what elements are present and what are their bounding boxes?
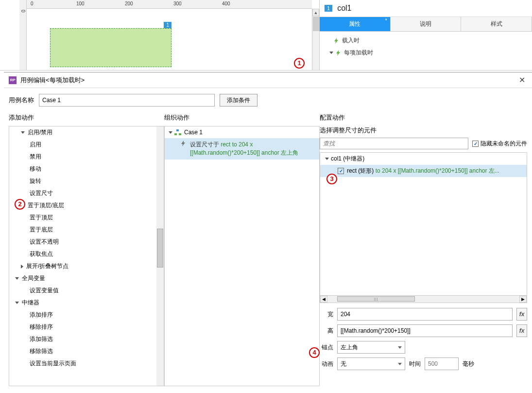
canvas[interactable]: 1 xyxy=(27,9,312,70)
lightning-icon xyxy=(335,50,341,56)
canvas-panel: 0 100 200 300 400 0 1 ▲ xyxy=(0,0,320,70)
action-enable-disable[interactable]: 启用/禁用 xyxy=(9,126,164,139)
action-add-sort[interactable]: 添加排序 xyxy=(9,309,164,321)
widget-badge: 1 xyxy=(164,22,172,28)
width-label: 宽 xyxy=(320,310,333,319)
widget-tree-hscroll[interactable]: ◀ ▶ xyxy=(320,295,527,303)
action-bring-front[interactable]: 置于顶层 xyxy=(9,212,164,224)
checkbox-checked-icon: ✓ xyxy=(472,141,479,147)
inspector-panel: 1 col1 属性 说明 样式 载入时 每项加载时 xyxy=(320,0,532,70)
ruler-horizontal: 0 100 200 300 400 xyxy=(27,0,312,9)
marker-1: 1 xyxy=(294,58,305,69)
action-remove-sort[interactable]: 移除排序 xyxy=(9,321,164,333)
expand-icon[interactable] xyxy=(325,158,329,160)
widget-name: col1 xyxy=(337,4,351,13)
organize-action-header: 组织动作 xyxy=(164,110,320,126)
app-icon: RP xyxy=(9,76,17,84)
widget-tree: col1 (中继器) ✓ rect (矩形) to 204 x [[Math.r… xyxy=(320,152,527,303)
org-case[interactable]: Case 1 xyxy=(165,126,319,138)
action-set-size[interactable]: 设置尺寸 xyxy=(9,187,164,199)
checkbox-checked-icon: ✓ xyxy=(338,168,344,174)
tab-properties[interactable]: 属性 xyxy=(320,17,391,31)
height-label: 高 xyxy=(320,327,333,335)
scroll-right-icon[interactable]: ▶ xyxy=(519,296,527,303)
animation-select[interactable]: 无 xyxy=(337,357,405,370)
action-remove-filter[interactable]: 移除筛选 xyxy=(9,345,164,357)
close-icon[interactable]: ✕ xyxy=(517,75,527,85)
action-globals[interactable]: 全局变量 xyxy=(9,272,164,285)
search-input[interactable] xyxy=(320,138,468,149)
case-icon xyxy=(174,129,181,135)
tree-item-rect[interactable]: ✓ rect (矩形) to 204 x [[Math.random()*200… xyxy=(320,165,527,177)
marker-3: 3 xyxy=(326,174,337,184)
add-condition-button[interactable]: 添加条件 xyxy=(220,94,257,107)
canvas-scrollbar[interactable]: ▲ xyxy=(312,9,319,70)
lightning-icon xyxy=(180,141,187,148)
marker-4: 4 xyxy=(309,347,320,358)
time-input[interactable] xyxy=(425,357,459,370)
anchor-label: 锚点 xyxy=(320,343,333,352)
scroll-up-icon[interactable]: ▲ xyxy=(312,9,319,16)
scroll-thumb[interactable] xyxy=(337,296,415,302)
inspector-tabs: 属性 说明 样式 xyxy=(320,17,532,32)
organize-tree: Case 1 设置尺寸于 rect to 204 x [[Math.random… xyxy=(164,126,320,386)
fx-button[interactable]: fx xyxy=(516,308,527,321)
action-enable[interactable]: 启用 xyxy=(9,139,164,151)
anchor-select[interactable]: 左上角 xyxy=(337,341,405,354)
action-rotate[interactable]: 旋转 xyxy=(9,175,164,187)
action-set-var[interactable]: 设置变量值 xyxy=(9,285,164,297)
widget-index: 1 xyxy=(325,5,332,12)
action-send-back[interactable]: 置于底层 xyxy=(9,224,164,236)
expand-icon[interactable] xyxy=(169,131,172,134)
add-action-header: 添加动作 xyxy=(9,110,164,126)
time-label: 时间 xyxy=(409,360,421,368)
repeater-widget[interactable]: 1 xyxy=(50,28,172,67)
marker-2: 2 xyxy=(15,199,25,210)
org-action-setsize[interactable]: 设置尺寸于 rect to 204 x [[Math.random()*200+… xyxy=(165,138,319,160)
hide-unnamed-checkbox[interactable]: ✓ 隐藏未命名的元件 xyxy=(472,140,527,148)
tab-style[interactable]: 样式 xyxy=(461,17,532,31)
lightning-icon xyxy=(333,38,339,44)
tab-notes[interactable]: 说明 xyxy=(391,17,462,31)
width-input[interactable] xyxy=(337,308,513,321)
configure-action-header: 配置动作 xyxy=(320,110,527,126)
time-unit: 毫秒 xyxy=(463,360,474,368)
animation-label: 动画 xyxy=(320,360,333,368)
case-name-input[interactable] xyxy=(39,94,215,107)
case-name-label: 用例名称 xyxy=(9,96,34,105)
action-bring-front-back[interactable]: 置于顶层/底层 xyxy=(9,199,164,212)
select-widget-label: 选择调整尺寸的元件 xyxy=(320,126,527,138)
expand-icon[interactable] xyxy=(329,52,333,54)
scroll-left-icon[interactable]: ◀ xyxy=(320,296,327,303)
action-add-filter[interactable]: 添加筛选 xyxy=(9,333,164,345)
height-input[interactable] xyxy=(337,324,513,337)
action-move[interactable]: 移动 xyxy=(9,163,164,175)
scroll-thumb[interactable] xyxy=(313,17,319,31)
fx-button[interactable]: fx xyxy=(516,324,527,337)
action-repeater[interactable]: 中继器 xyxy=(9,297,164,309)
dialog-title: 用例编辑<每项加载时> xyxy=(20,76,85,85)
action-focus[interactable]: 获取焦点 xyxy=(9,248,164,260)
action-tree-scrollbar[interactable] xyxy=(156,126,164,386)
event-onload[interactable]: 载入时 xyxy=(320,35,532,47)
action-disable[interactable]: 禁用 xyxy=(9,151,164,163)
ruler-vertical: 0 xyxy=(19,0,27,70)
event-onitemload[interactable]: 每项加载时 xyxy=(320,47,532,59)
action-set-opacity[interactable]: 设置不透明 xyxy=(9,236,164,248)
action-set-page[interactable]: 设置当前显示页面 xyxy=(9,357,164,370)
action-tree: 启用/禁用 启用 禁用 移动 旋转 设置尺寸 置于顶层/底层 置于顶层 置于底层… xyxy=(9,126,164,386)
case-editor-dialog: RP 用例编辑<每项加载时> ✕ 用例名称 添加条件 添加动作 启用/禁用 启用… xyxy=(4,72,532,393)
action-expand-collapse[interactable]: 展开/折叠树节点 xyxy=(9,260,164,272)
tree-item-col1[interactable]: col1 (中继器) xyxy=(320,153,527,165)
